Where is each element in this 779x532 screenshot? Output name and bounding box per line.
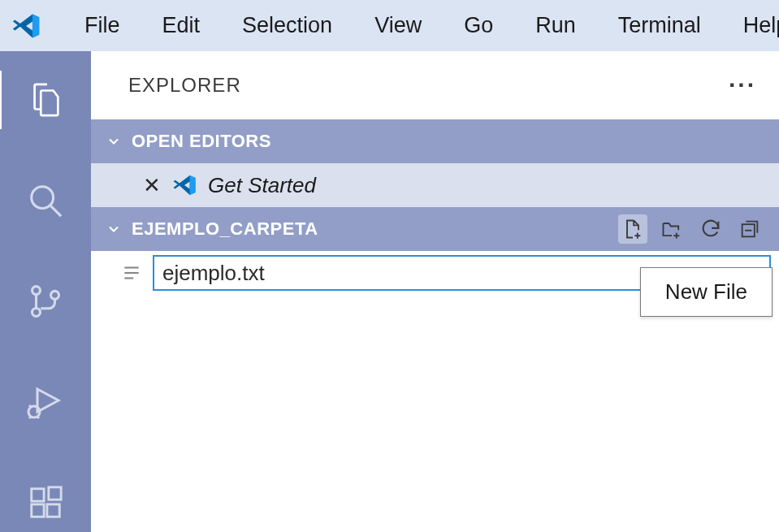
text-file-icon [120, 262, 143, 283]
menu-run[interactable]: Run [514, 6, 597, 45]
vscode-tab-icon [172, 173, 197, 197]
svg-point-3 [32, 308, 41, 316]
svg-line-8 [29, 405, 31, 407]
folder-header[interactable]: EJEMPLO_CARPETA [91, 207, 779, 251]
sidebar-header: EXPLORER ··· [91, 51, 779, 119]
refresh-icon[interactable] [696, 214, 725, 244]
svg-point-4 [51, 291, 59, 299]
close-icon[interactable]: ✕ [143, 173, 161, 198]
svg-point-0 [32, 187, 54, 209]
sidebar-more-icon[interactable]: ··· [729, 71, 756, 99]
menu-go[interactable]: Go [443, 6, 514, 45]
extensions-icon[interactable] [0, 474, 91, 532]
explorer-sidebar: EXPLORER ··· OPEN EDITORS ✕ Get Started [91, 51, 779, 532]
menu-view[interactable]: View [353, 6, 443, 45]
svg-line-1 [50, 205, 61, 216]
activity-bar [0, 51, 91, 532]
menu-help[interactable]: Help [722, 6, 779, 45]
menu-selection[interactable]: Selection [221, 6, 353, 45]
new-file-row: New File [91, 251, 779, 295]
chevron-down-icon [102, 221, 125, 237]
sidebar-title: EXPLORER [128, 74, 241, 97]
explorer-icon[interactable] [0, 71, 89, 129]
folder-label: EJEMPLO_CARPETA [132, 218, 318, 240]
menu-terminal[interactable]: Terminal [597, 6, 722, 45]
run-debug-icon[interactable] [0, 373, 91, 431]
main-area: EXPLORER ··· OPEN EDITORS ✕ Get Started [0, 51, 779, 532]
open-editors-header[interactable]: OPEN EDITORS [91, 119, 779, 163]
open-editors-label: OPEN EDITORS [132, 131, 271, 152]
open-editor-label: Get Started [208, 173, 316, 198]
folder-header-actions [618, 214, 779, 244]
new-file-icon[interactable] [618, 214, 647, 244]
new-folder-icon[interactable] [657, 214, 686, 244]
menubar: File Edit Selection View Go Run Terminal… [0, 0, 779, 51]
new-file-tooltip: New File [640, 267, 773, 317]
svg-point-2 [32, 287, 41, 295]
svg-line-9 [37, 417, 39, 418]
chevron-down-icon [102, 133, 125, 149]
collapse-all-icon[interactable] [735, 214, 764, 244]
svg-line-10 [29, 417, 31, 418]
svg-rect-14 [49, 487, 61, 500]
svg-rect-12 [32, 504, 44, 517]
source-control-icon[interactable] [0, 272, 91, 331]
open-editor-item[interactable]: ✕ Get Started [91, 163, 779, 207]
menu-edit[interactable]: Edit [141, 6, 222, 45]
search-icon[interactable] [0, 171, 91, 230]
menu-file[interactable]: File [63, 6, 141, 45]
svg-rect-11 [32, 489, 44, 501]
svg-rect-13 [47, 504, 59, 517]
vscode-logo-icon [11, 11, 41, 41]
